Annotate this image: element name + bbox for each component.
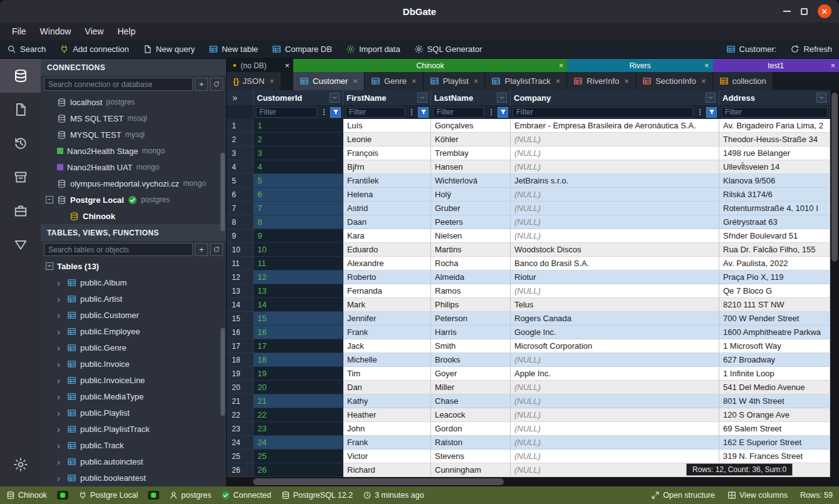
cell-company[interactable]: (NULL) xyxy=(511,381,719,394)
cell-lastname[interactable]: Tremblay xyxy=(431,147,511,160)
table-item-public-artist[interactable]: ›public.Artist xyxy=(41,291,226,307)
tab-group-header[interactable]: Rivers× xyxy=(567,59,712,72)
chevron-right-icon[interactable]: › xyxy=(57,473,63,483)
toolbar-search-button[interactable]: Search xyxy=(0,40,53,58)
cell-company[interactable]: (NULL) xyxy=(511,215,719,229)
close-icon[interactable]: × xyxy=(353,76,358,86)
row-number-cell[interactable]: 13 xyxy=(227,284,254,298)
cell-address[interactable]: Klanova 9/506 xyxy=(719,174,830,188)
cell-address[interactable]: Theodor-Heuss-Straße 34 xyxy=(719,133,830,147)
status-postgres[interactable]: postgres xyxy=(169,491,211,500)
row-number-cell[interactable]: 25 xyxy=(227,450,254,463)
cell-address[interactable]: Qe 7 Bloco G xyxy=(719,284,830,298)
cell-customerid[interactable]: 24 xyxy=(254,436,343,450)
chevron-right-icon[interactable]: › xyxy=(57,294,63,304)
cell-lastname[interactable]: Almeida xyxy=(431,270,511,284)
status-postgre-local[interactable]: Postgre Local xyxy=(78,491,138,500)
cell-lastname[interactable]: Ralston xyxy=(431,436,511,450)
cell-company[interactable]: Rogers Canada xyxy=(511,312,719,326)
close-icon[interactable]: × xyxy=(412,76,417,86)
table-item-public-genre[interactable]: ›public.Genre xyxy=(41,339,226,356)
row-number-cell[interactable]: 26 xyxy=(227,463,254,477)
cell-company[interactable]: (NULL) xyxy=(511,133,719,147)
cell-address[interactable]: 1498 rue Bélanger xyxy=(719,147,830,160)
cell-customerid[interactable]: 26 xyxy=(254,463,343,477)
cell-address[interactable]: 801 W 4th Street xyxy=(719,394,830,408)
cell-customerid[interactable]: 11 xyxy=(254,257,343,270)
filter-funnel-button[interactable] xyxy=(330,107,341,118)
cell-company[interactable]: (NULL) xyxy=(511,436,719,450)
toolbar-customer-button[interactable]: Customer: xyxy=(719,40,784,58)
chevron-right-icon[interactable]: › xyxy=(57,424,63,434)
close-icon[interactable]: × xyxy=(556,76,561,86)
column-header-customerid[interactable]: CustomerId xyxy=(254,90,343,105)
cell-customerid[interactable]: 22 xyxy=(254,408,343,422)
cell-customerid[interactable]: 16 xyxy=(254,326,343,339)
cell-lastname[interactable]: Gruber xyxy=(431,202,511,215)
row-number-cell[interactable]: 15 xyxy=(227,312,254,326)
cell-company[interactable]: (NULL) xyxy=(511,408,719,422)
toolbar-sql-generator-button[interactable]: SQL Generator xyxy=(407,40,489,58)
cell-company[interactable]: (NULL) xyxy=(511,394,719,408)
column-header-company[interactable]: Company xyxy=(511,90,719,105)
row-number-cell[interactable]: 9 xyxy=(227,229,254,243)
collapse-icon[interactable]: − xyxy=(46,262,53,270)
cell-customerid[interactable]: 25 xyxy=(254,450,343,463)
cell-address[interactable]: Praça Pio X, 119 xyxy=(719,270,830,284)
close-icon[interactable]: × xyxy=(269,76,274,86)
cell-firstname[interactable]: Frank xyxy=(343,326,431,339)
cell-customerid[interactable]: 15 xyxy=(254,312,343,326)
cell-company[interactable]: (NULL) xyxy=(511,202,719,215)
minimize-button[interactable] xyxy=(783,11,791,12)
cell-lastname[interactable]: Peeters xyxy=(431,215,511,229)
table-item-public-track[interactable]: ›public.Track xyxy=(41,437,226,453)
maximize-button[interactable] xyxy=(801,8,808,15)
status-3-minutes-ago[interactable]: 3 minutes ago xyxy=(363,491,424,500)
column-menu-button[interactable] xyxy=(706,93,716,103)
cell-address[interactable]: 1 Microsoft Way xyxy=(719,339,830,353)
column-menu-button[interactable] xyxy=(330,93,340,103)
tab-sectioninfo[interactable]: SectionInfo× xyxy=(636,72,713,90)
chevron-right-icon[interactable]: › xyxy=(57,359,63,369)
cell-address[interactable]: 8210 111 ST NW xyxy=(719,298,830,312)
filter-input-company[interactable] xyxy=(513,107,693,118)
cell-address[interactable]: 120 S Orange Ave xyxy=(719,408,830,422)
cell-firstname[interactable]: John xyxy=(343,422,431,436)
menu-view[interactable]: View xyxy=(78,24,110,38)
database-item-chinook[interactable]: Chinook xyxy=(41,208,226,224)
cell-firstname[interactable]: Michelle xyxy=(343,353,431,367)
cell-address[interactable]: 319 N. Frances Street xyxy=(719,450,830,463)
row-number-cell[interactable]: 19 xyxy=(227,367,254,381)
row-number-cell[interactable]: 5 xyxy=(227,174,254,188)
cell-company[interactable]: (NULL) xyxy=(511,422,719,436)
cell-company[interactable]: JetBrains s.r.o. xyxy=(511,174,719,188)
column-header-address[interactable]: Address xyxy=(719,90,830,105)
activitybar-history-button[interactable] xyxy=(0,126,41,160)
row-number-cell[interactable]: 10 xyxy=(227,243,254,257)
refresh-tables-button[interactable] xyxy=(210,243,223,256)
cell-lastname[interactable]: Brooks xyxy=(431,353,511,367)
cell-company[interactable]: Google Inc. xyxy=(511,326,719,339)
table-item-public-playlisttrack[interactable]: ›public.PlaylistTrack xyxy=(41,421,226,437)
cell-lastname[interactable]: Smith xyxy=(431,339,511,353)
row-number-cell[interactable]: 3 xyxy=(227,147,254,160)
cell-lastname[interactable]: Holý xyxy=(431,188,511,202)
cell-lastname[interactable]: Leacock xyxy=(431,408,511,422)
toolbar-new-query-button[interactable]: New query xyxy=(136,40,202,58)
close-icon[interactable]: × xyxy=(624,76,629,86)
cell-company[interactable]: (NULL) xyxy=(511,147,719,160)
cell-company[interactable]: (NULL) xyxy=(511,188,719,202)
cell-company[interactable]: Banco do Brasil S.A. xyxy=(511,257,719,270)
row-number-cell[interactable]: 7 xyxy=(227,202,254,215)
cell-customerid[interactable]: 8 xyxy=(254,215,343,229)
filter-input-address[interactable] xyxy=(721,107,828,118)
status-view-columns[interactable]: View columns xyxy=(727,491,788,500)
cell-customerid[interactable]: 18 xyxy=(254,353,343,367)
cell-firstname[interactable]: Alexandre xyxy=(343,257,431,270)
cell-company[interactable]: Woodstock Discos xyxy=(511,243,719,257)
table-item-public-playlist[interactable]: ›public.Playlist xyxy=(41,404,226,421)
cell-lastname[interactable]: Chase xyxy=(431,394,511,408)
toolbar-new-table-button[interactable]: New table xyxy=(202,40,265,58)
cell-address[interactable]: 627 Broadway xyxy=(719,353,830,367)
tab-group-header[interactable]: Chinook× xyxy=(293,59,567,72)
